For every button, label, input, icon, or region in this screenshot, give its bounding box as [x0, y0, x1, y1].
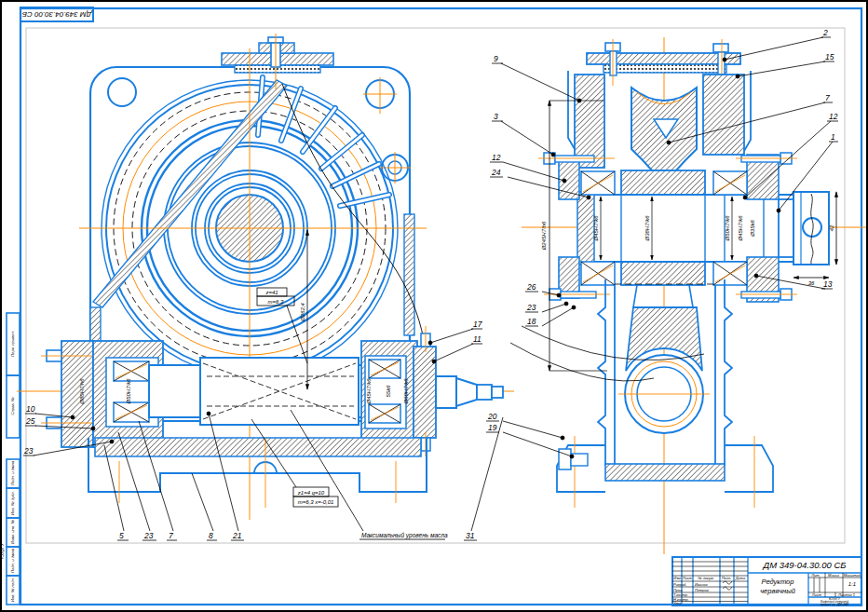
- svg-text:Ø45H7/k6: Ø45H7/k6: [738, 215, 743, 242]
- oil-level-note: Максимальный уровень масла: [361, 532, 448, 539]
- callout: 7: [825, 93, 830, 102]
- svg-text:Иванов: Иванов: [695, 582, 708, 587]
- scale-value: 1:1: [848, 581, 856, 587]
- callout: 23: [526, 303, 536, 312]
- dim-label: Ø45H7/k6: [366, 378, 372, 405]
- callout: 12: [829, 112, 838, 121]
- callout: 31: [466, 531, 475, 540]
- callout: 17: [473, 320, 482, 329]
- callout: 23: [23, 446, 34, 456]
- svg-text:Пров.: Пров.: [673, 588, 684, 592]
- svg-text:m=6,3: m=6,3: [268, 299, 285, 305]
- product-name: червячный: [760, 587, 796, 595]
- callout: 13: [823, 279, 833, 289]
- callout: 15: [825, 52, 834, 61]
- margin-col-label: Справ. №: [10, 397, 15, 415]
- margin-col-label: Инв. № дубл.: [10, 491, 15, 515]
- dim-center-distance: Ø262,4: [300, 302, 305, 321]
- callout: 18: [527, 317, 536, 326]
- svg-text:42: 42: [829, 224, 834, 231]
- svg-text:Утв.: Утв.: [673, 601, 682, 605]
- margin-col-label: Взам. инв. №: [10, 520, 15, 544]
- svg-text:Листов 1: Листов 1: [837, 592, 855, 597]
- dim-label: Ø80H7/h6: [79, 378, 85, 405]
- svg-text:Масса: Масса: [828, 573, 840, 578]
- svg-text:Ø245H7/h6: Ø245H7/h6: [541, 221, 547, 251]
- callout: 3: [494, 112, 498, 121]
- callout: 2: [822, 28, 828, 37]
- edge-note: ЮУрГУ: [0, 542, 5, 559]
- margin-col-label: Перв. примен.: [10, 331, 15, 357]
- callout: 19: [488, 423, 497, 432]
- svg-text:m=6,3 x=-0,01: m=6,3 x=-0,01: [298, 499, 334, 505]
- svg-text:36: 36: [808, 280, 815, 286]
- svg-text:Ø45H7/k6: Ø45H7/k6: [593, 215, 599, 242]
- callout: 9: [494, 54, 498, 63]
- svg-text:z1=4 q=10: z1=4 q=10: [297, 490, 325, 496]
- callout: 11: [473, 334, 481, 344]
- svg-text:Петров: Петров: [695, 588, 709, 592]
- callout: 23: [143, 531, 154, 540]
- callout: 7: [169, 531, 173, 540]
- dim-label: Ø60H7/k6: [403, 378, 409, 405]
- svg-text:Лит.: Лит.: [810, 573, 820, 578]
- callout: 20: [487, 412, 497, 421]
- svg-text:Ø35k6: Ø35k6: [750, 220, 755, 238]
- callout: 12: [492, 153, 501, 162]
- svg-text:№ докум.: № докум.: [698, 576, 714, 580]
- svg-text:машин гр. ДМ-349: машин гр. ДМ-349: [821, 603, 848, 606]
- callout: 25: [25, 416, 35, 426]
- callout: 26: [526, 282, 536, 292]
- margin-col-label: Инв. № подл.: [10, 578, 15, 602]
- product-name: Редуктор: [762, 578, 794, 586]
- svg-text:Разраб.: Разраб.: [673, 582, 686, 587]
- margin-col-label: Подп. и дата: [10, 548, 15, 573]
- stamp-doc-number: ДМ 349.04.30.00 СБ: [22, 10, 92, 19]
- svg-text:Масштаб: Масштаб: [844, 573, 861, 578]
- svg-text:Лист: Лист: [682, 576, 693, 580]
- svg-text:z=41: z=41: [264, 290, 278, 295]
- callout: 1: [831, 132, 835, 142]
- callout: 21: [232, 531, 242, 540]
- svg-text:Подп.: Подп.: [722, 576, 732, 580]
- callout: 24: [491, 168, 501, 177]
- svg-text:Лист: Лист: [811, 592, 822, 597]
- svg-text:Дата: Дата: [735, 576, 746, 580]
- doc-designation: ДМ 349-04.30.00 СБ: [763, 560, 847, 570]
- dim-label: Ø50H7/k6: [126, 378, 131, 405]
- svg-text:Ø38H7/k6: Ø38H7/k6: [644, 215, 650, 242]
- drawing-sheet: ДМ 349.04.30.00 СБ ЮУрГУ Перв. примен. С…: [0, 0, 868, 612]
- dim-label: 55k6: [386, 385, 391, 398]
- callout: 5: [119, 531, 124, 540]
- svg-text:Изм: Изм: [673, 576, 681, 580]
- callout: 10: [26, 404, 35, 414]
- svg-text:Ø50H7/k6: Ø50H7/k6: [725, 215, 730, 242]
- margin-col-label: Подп. и дата: [10, 460, 15, 485]
- callout: 8: [209, 531, 213, 540]
